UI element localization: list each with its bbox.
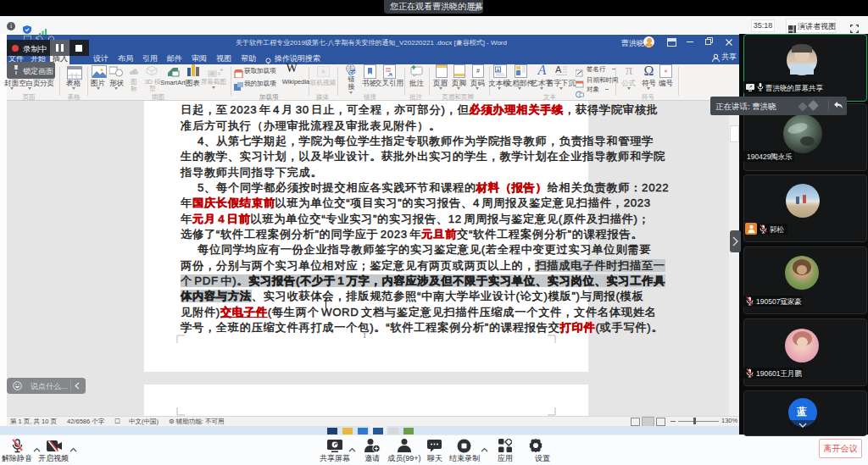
svg-text:co: co <box>349 69 356 75</box>
svg-text:A: A <box>497 68 500 73</box>
svg-text:A: A <box>555 64 562 75</box>
